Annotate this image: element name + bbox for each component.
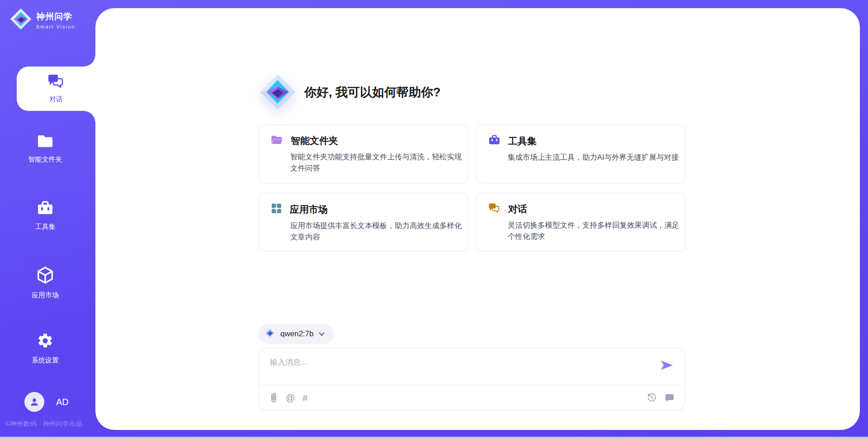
chat-bubbles-icon [47, 74, 65, 91]
message-composer: @ # [259, 348, 685, 410]
sidebar-item-toolset[interactable]: 工具集 [0, 200, 90, 231]
sidebar-item-chat[interactable]: 对话 [17, 67, 95, 111]
sidebar-item-smart-folder[interactable]: 智能文件夹 [0, 134, 90, 164]
folder-open-icon [271, 135, 283, 147]
sidebar-item-app-market[interactable]: 应用市场 [0, 266, 90, 300]
briefcase-icon [37, 200, 54, 218]
gear-icon [37, 332, 54, 351]
chevron-down-icon [319, 330, 325, 338]
composer-toolbar: @ # [259, 385, 684, 410]
card-title: 应用市场 [290, 203, 328, 216]
card-description: 应用市场提供丰富长文本模板，助力高效生成多样化文章内容 [290, 220, 463, 243]
sidebar-item-label: 工具集 [35, 223, 56, 231]
card-description: 集成市场上主流工具，助力AI与外界无缝扩展与对接 [508, 152, 680, 163]
user-account[interactable]: AD [24, 392, 69, 412]
model-selector[interactable]: qwen2:7b [259, 324, 334, 344]
card-title: 工具集 [508, 135, 537, 148]
card-description: 灵活切换多模型文件，支持多样回复效果调试，满足个性化需求 [508, 220, 680, 242]
sidebar-footer: ©神州数码 · 神州问学出品 [5, 420, 94, 428]
sidebar-item-label: 应用市场 [32, 291, 59, 300]
app-grid-icon [271, 203, 282, 216]
mention-icon[interactable]: @ [286, 393, 295, 402]
model-diamond-icon [264, 328, 275, 340]
folder-icon [37, 134, 54, 150]
chat-bubble-icon[interactable] [665, 393, 675, 402]
model-name: qwen2:7b [280, 329, 314, 339]
sidebar-item-label: 系统设置 [32, 356, 59, 365]
message-input[interactable] [259, 348, 652, 385]
card-app-market[interactable]: 应用市场 应用市场提供丰富长文本模板，助力高效生成多样化文章内容 [259, 193, 468, 252]
hashtag-icon[interactable]: # [302, 393, 307, 402]
attachment-icon[interactable] [269, 392, 278, 403]
send-icon[interactable] [660, 359, 674, 373]
app-logo: 神州问学 Smart Vision [10, 8, 75, 32]
card-smart-folder[interactable]: 智能文件夹 智能文件夹功能支持批量文件上传与清洗，轻松实现文件问答 [259, 124, 468, 183]
hero-diamond-icon [259, 74, 296, 112]
sidebar-item-settings[interactable]: 系统设置 [0, 332, 90, 365]
greeting-title: 你好, 我可以如何帮助你? [304, 84, 441, 100]
sidebar-item-label: 对话 [49, 95, 63, 104]
main-panel: 你好, 我可以如何帮助你? 智能文件夹 智能文件夹功能支持批量文件上传与清洗，轻… [95, 8, 860, 430]
card-title: 智能文件夹 [291, 134, 338, 147]
avatar [24, 392, 44, 412]
card-description: 智能文件夹功能支持批量文件上传与清洗，轻松实现文件问答 [290, 151, 463, 174]
toolbox-icon [488, 134, 500, 148]
card-title: 对话 [508, 203, 527, 215]
brand-diamond-icon [10, 8, 32, 32]
chat-bubbles-icon [488, 203, 500, 215]
sidebar: 神州问学 Smart Vision 对话 智能文件夹 [0, 0, 95, 439]
user-name: AD [56, 397, 69, 407]
sidebar-item-label: 智能文件夹 [28, 155, 62, 164]
app-subtitle: Smart Vision [36, 24, 75, 29]
card-chat[interactable]: 对话 灵活切换多模型文件，支持多样回复效果调试，满足个性化需求 [476, 193, 686, 252]
history-icon[interactable] [646, 392, 657, 403]
feature-cards: 智能文件夹 智能文件夹功能支持批量文件上传与清洗，轻松实现文件问答 工具集 集成… [259, 124, 686, 252]
horizontal-scrollbar[interactable] [0, 437, 868, 439]
cube-icon [37, 266, 54, 286]
app-title: 神州问学 [36, 11, 75, 23]
card-toolset[interactable]: 工具集 集成市场上主流工具，助力AI与外界无缝扩展与对接 [476, 124, 686, 183]
